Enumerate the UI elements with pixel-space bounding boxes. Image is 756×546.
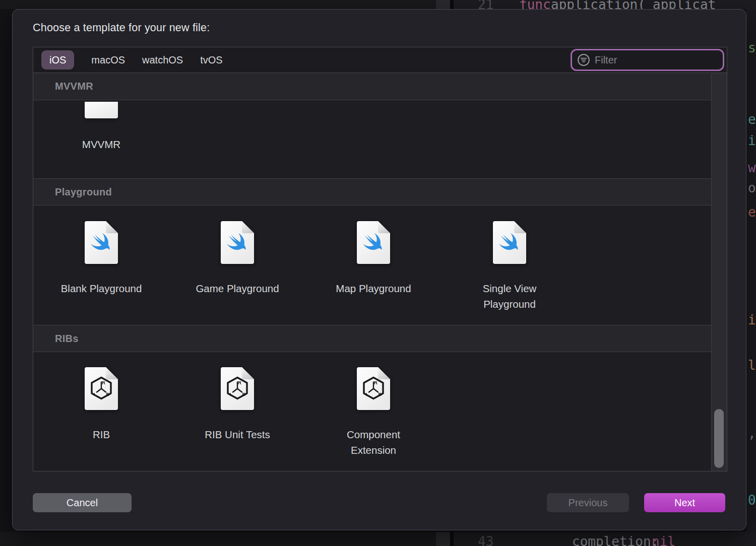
- code-token: application(: [551, 0, 646, 9]
- rib-file-icon: RIB: [85, 367, 118, 410]
- section-rows: MVVMR: [33, 100, 727, 178]
- platform-tabs: iOSmacOSwatchOStvOS: [41, 47, 223, 73]
- code-token: applicat: [653, 0, 716, 9]
- template-item-mvvmr[interactable]: MVVMR: [33, 100, 169, 178]
- template-item-icon-wrap: [305, 206, 442, 264]
- code-fragment: i: [748, 133, 756, 148]
- code-column-right: seiwoeil,0: [746, 0, 756, 546]
- swift-file-icon: [85, 221, 118, 264]
- template-item-rib[interactable]: RIBRIB: [33, 352, 169, 471]
- template-item-label: Game Playground: [190, 281, 285, 296]
- template-item-label: RIB: [53, 427, 149, 442]
- template-item-map-playground[interactable]: Map Playground: [305, 206, 442, 325]
- section-ribs: RIBsRIBRIBRIBRIB Unit TestsRIBComponent …: [33, 325, 727, 471]
- tab-ios[interactable]: iOS: [41, 50, 74, 70]
- section-mvvmr: MVVMRMVVMR: [33, 73, 727, 178]
- scrollbar-track[interactable]: [711, 73, 727, 471]
- section-rows: RIBRIBRIBRIB Unit TestsRIBComponent Exte…: [33, 352, 727, 471]
- template-item-label: RIB Unit Tests: [190, 427, 285, 442]
- tab-bar: iOSmacOSwatchOStvOS: [33, 47, 727, 73]
- filter-input[interactable]: [595, 54, 718, 66]
- section-header: MVVMR: [33, 73, 727, 100]
- editor-gutter-block: [436, 532, 450, 546]
- section-title: Playground: [55, 186, 112, 198]
- rib-file-icon: RIB: [357, 367, 390, 410]
- swift-file-icon: [493, 221, 526, 264]
- svg-text:I: I: [230, 391, 231, 397]
- section-rows: Blank PlaygroundGame PlaygroundMap Playg…: [33, 206, 727, 325]
- svg-text:R: R: [374, 380, 377, 385]
- svg-text:B: B: [379, 391, 382, 397]
- template-item-icon-wrap: [33, 100, 169, 118]
- tab-watchos[interactable]: watchOS: [142, 54, 183, 66]
- template-item-icon-wrap: RIB: [33, 352, 169, 410]
- template-item-icon-wrap: [33, 206, 169, 264]
- template-item-icon-wrap: RIB: [169, 352, 305, 410]
- code-fragment: w: [748, 160, 756, 175]
- section-header: RIBs: [33, 325, 727, 352]
- line-number: 43: [478, 534, 493, 546]
- editor-background: [0, 0, 436, 9]
- code-token: func: [519, 0, 551, 9]
- code-fragment: e: [748, 112, 756, 127]
- svg-text:I: I: [94, 391, 95, 397]
- template-item-game-playground[interactable]: Game Playground: [169, 206, 305, 325]
- template-chooser: iOSmacOSwatchOStvOS MVVMRMVVMRPlayground…: [33, 47, 727, 471]
- code-fragment: s: [748, 40, 756, 55]
- filter-icon: [577, 53, 590, 66]
- cancel-button[interactable]: Cancel: [33, 493, 132, 512]
- editor-gutter-block: [436, 0, 450, 9]
- code-strip-top: 21 funcapplication(applicat: [0, 0, 756, 9]
- code-fragment: o: [748, 180, 756, 195]
- svg-text:I: I: [366, 391, 367, 397]
- swift-file-icon: [357, 221, 390, 264]
- template-item-blank-playground[interactable]: Blank Playground: [33, 206, 169, 325]
- document-icon: [85, 102, 118, 118]
- section-title: MVVMR: [55, 81, 93, 92]
- editor-background: [0, 532, 436, 546]
- template-item-icon-wrap: RIB: [305, 352, 442, 410]
- section-header: Playground: [33, 178, 727, 206]
- template-item-label: Component Extension: [326, 427, 421, 458]
- code-fragment: e: [748, 204, 756, 220]
- editor-gutter-divider: [450, 532, 454, 546]
- swift-file-icon: [221, 221, 254, 264]
- code-fragment: i: [748, 312, 756, 327]
- code-fragment: ,: [748, 426, 756, 441]
- tab-macos[interactable]: macOS: [91, 54, 125, 66]
- template-item-label: Map Playground: [326, 281, 421, 296]
- svg-text:R: R: [102, 380, 105, 385]
- code-fragment: 0: [748, 493, 756, 508]
- screen: 21 funcapplication(applicat 43 completio…: [0, 0, 756, 546]
- template-item-label: Blank Playground: [53, 281, 149, 296]
- editor-gutter-divider: [450, 0, 454, 9]
- section-playground: PlaygroundBlank PlaygroundGame Playgroun…: [33, 178, 727, 325]
- template-item-icon-wrap: [442, 206, 578, 264]
- rib-file-icon: RIB: [221, 367, 254, 410]
- dialog-title: Choose a template for your new file:: [33, 22, 210, 34]
- svg-text:R: R: [238, 380, 241, 385]
- svg-text:B: B: [106, 391, 110, 397]
- next-button[interactable]: Next: [644, 493, 725, 512]
- code-strip-bottom: 43 completion:nil: [0, 532, 756, 546]
- template-item-icon-wrap: [169, 206, 305, 264]
- tab-tvos[interactable]: tvOS: [200, 54, 222, 66]
- code-token: completion:: [572, 534, 659, 546]
- code-fragment: l: [748, 358, 756, 373]
- filter-field[interactable]: [571, 49, 724, 71]
- template-item-rib-unit-tests[interactable]: RIBRIB Unit Tests: [169, 352, 305, 471]
- new-file-template-dialog: Choose a template for your new file: iOS…: [12, 9, 746, 530]
- scrollbar-thumb[interactable]: [714, 409, 724, 468]
- template-item-single-view-playground[interactable]: Single View Playground: [442, 206, 578, 325]
- previous-button[interactable]: Previous: [547, 493, 629, 512]
- line-number: 21: [478, 0, 493, 9]
- template-item-component-extension[interactable]: RIBComponent Extension: [305, 352, 442, 471]
- code-token: nil: [652, 534, 675, 546]
- section-title: RIBs: [55, 333, 79, 345]
- template-item-label: Single View Playground: [462, 281, 557, 312]
- template-item-label: MVVMR: [53, 136, 149, 152]
- svg-text:B: B: [242, 391, 246, 397]
- template-list: MVVMRMVVMRPlaygroundBlank PlaygroundGame…: [33, 73, 727, 471]
